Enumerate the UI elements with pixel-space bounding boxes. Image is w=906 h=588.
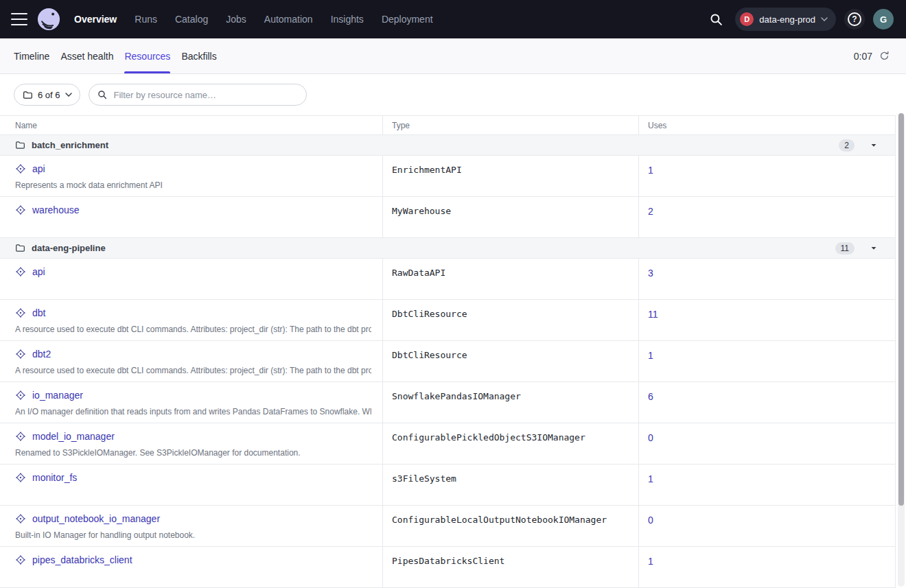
- resources-table: Name Type Uses batch_enrichment2apiRepre…: [0, 115, 896, 588]
- resource-group-row-data-eng-pipeline[interactable]: data-eng-pipeline11: [0, 238, 895, 259]
- dagster-logo[interactable]: [37, 8, 60, 31]
- nav-item-overview[interactable]: Overview: [74, 14, 117, 25]
- dagster-octopus-icon: [37, 8, 60, 31]
- nav-item-automation[interactable]: Automation: [264, 14, 313, 25]
- refresh-icon[interactable]: [879, 51, 890, 61]
- resource-row-monitor-fs: monitor_fss3FileSystem1: [0, 464, 895, 506]
- resource-description: A resource used to execute dbt CLI comma…: [15, 325, 371, 334]
- tab-backfills[interactable]: Backfills: [181, 38, 216, 73]
- resource-icon: [15, 472, 26, 483]
- resource-uses-cell: 6: [638, 382, 896, 423]
- search-button[interactable]: [705, 8, 727, 30]
- resource-icon: [15, 307, 26, 318]
- tab-resources[interactable]: Resources: [124, 38, 170, 73]
- resource-name-cell: apiRepresents a mock data enrichment API: [0, 156, 382, 196]
- nav-items: OverviewRunsCatalogJobsAutomationInsight…: [74, 14, 433, 25]
- resource-name-link[interactable]: dbt: [32, 307, 45, 318]
- group-count-dropdown[interactable]: 6 of 6: [14, 84, 80, 106]
- resource-uses-cell: 2: [638, 197, 896, 237]
- resource-uses-link[interactable]: 11: [648, 309, 658, 320]
- resource-uses-link[interactable]: 6: [648, 391, 653, 402]
- resource-name-link[interactable]: model_io_manager: [32, 431, 115, 442]
- resource-name-line: dbt: [15, 307, 371, 318]
- tab-asset-health[interactable]: Asset health: [60, 38, 113, 73]
- resource-uses-link[interactable]: 1: [648, 473, 653, 484]
- resource-name-link[interactable]: pipes_databricks_client: [32, 554, 132, 565]
- deployment-switcher[interactable]: D data-eng-prod: [735, 8, 836, 31]
- nav-item-jobs[interactable]: Jobs: [226, 14, 246, 25]
- resource-filter-field: [89, 84, 307, 106]
- resource-group-row-batch-enrichment[interactable]: batch_enrichment2: [0, 135, 895, 156]
- resource-name-link[interactable]: warehouse: [32, 204, 80, 215]
- resource-name-line: api: [15, 266, 371, 277]
- chevron-down-icon: [65, 93, 72, 97]
- resource-type-cell: s3FileSystem: [382, 464, 638, 505]
- resource-uses-cell: 1: [638, 341, 896, 381]
- column-header-type: Type: [382, 116, 638, 134]
- resource-filter-input[interactable]: [113, 89, 298, 101]
- resource-name-link[interactable]: output_notebook_io_manager: [32, 513, 160, 524]
- deployment-name: data-eng-prod: [759, 14, 815, 25]
- resource-name-link[interactable]: api: [32, 266, 45, 277]
- resource-row-io-manager: io_managerAn I/O manager definition that…: [0, 382, 895, 423]
- resource-type-cell: EnrichmentAPI: [382, 156, 638, 196]
- tab-timeline[interactable]: Timeline: [14, 38, 49, 73]
- resource-uses-link[interactable]: 1: [648, 350, 653, 361]
- resource-uses-cell: 3: [638, 259, 896, 299]
- resource-type-cell: PipesDatabricksClient: [382, 547, 638, 587]
- nav-item-runs[interactable]: Runs: [135, 14, 157, 25]
- resource-row-pipes-databricks-client: pipes_databricks_clientPipesDatabricksCl…: [0, 547, 895, 588]
- resource-description: Renamed to S3PickleIOManager. See S3Pick…: [15, 448, 371, 458]
- folder-icon: [23, 90, 33, 100]
- resource-name-line: io_manager: [15, 390, 371, 401]
- resource-uses-cell: 0: [638, 506, 896, 546]
- resource-uses-link[interactable]: 2: [648, 206, 653, 217]
- resource-name-cell: warehouse: [0, 197, 382, 237]
- resource-uses-link[interactable]: 0: [648, 432, 653, 443]
- resource-group-name: data-eng-pipeline: [32, 243, 106, 253]
- search-icon: [97, 90, 107, 99]
- resource-name-link[interactable]: api: [32, 163, 45, 174]
- resource-row-output-notebook-io-manager: output_notebook_io_managerBuilt-in IO Ma…: [0, 506, 895, 547]
- resource-name-link[interactable]: monitor_fs: [32, 472, 77, 483]
- resource-name-cell: dbt2A resource used to execute dbt CLI c…: [0, 341, 382, 381]
- resource-icon: [15, 163, 26, 174]
- help-button[interactable]: ?: [844, 9, 865, 30]
- collapse-caret-icon[interactable]: [870, 142, 877, 149]
- resource-name-line: output_notebook_io_manager: [15, 513, 371, 524]
- scrollbar-thumb[interactable]: [898, 113, 904, 506]
- user-avatar[interactable]: G: [873, 9, 894, 30]
- resource-icon: [15, 554, 26, 565]
- resource-name-link[interactable]: dbt2: [32, 349, 51, 360]
- resource-name-link[interactable]: io_manager: [32, 390, 83, 401]
- collapse-caret-icon[interactable]: [870, 245, 877, 252]
- resource-uses-cell: 1: [638, 464, 896, 505]
- resource-name-cell: output_notebook_io_managerBuilt-in IO Ma…: [0, 506, 382, 546]
- resource-uses-link[interactable]: 0: [648, 515, 653, 526]
- resource-icon: [15, 431, 26, 442]
- filter-row: 6 of 6: [0, 74, 906, 115]
- resource-name-line: dbt2: [15, 349, 371, 360]
- resource-description: Built-in IO Manager for handling output …: [15, 530, 371, 540]
- resource-description: Represents a mock data enrichment API: [15, 180, 371, 190]
- group-count-badge: 2: [839, 139, 855, 152]
- menu-icon[interactable]: [11, 13, 27, 25]
- resource-type-cell: DbtCliResource: [382, 341, 638, 381]
- resource-uses-link[interactable]: 3: [648, 268, 653, 279]
- resource-uses-link[interactable]: 1: [648, 556, 653, 567]
- tabs-bar: TimelineAsset healthResourcesBackfills 0…: [0, 38, 906, 74]
- nav-item-catalog[interactable]: Catalog: [175, 14, 208, 25]
- nav-item-insights[interactable]: Insights: [331, 14, 364, 25]
- resource-icon: [15, 204, 26, 215]
- resource-row-model-io-manager: model_io_managerRenamed to S3PickleIOMan…: [0, 423, 895, 464]
- resources-table-body: batch_enrichment2apiRepresents a mock da…: [0, 135, 895, 588]
- resource-name-cell: pipes_databricks_client: [0, 547, 382, 587]
- resource-type-cell: MyWarehouse: [382, 197, 638, 237]
- resource-uses-link[interactable]: 1: [648, 165, 653, 176]
- resource-name-line: warehouse: [15, 204, 371, 215]
- resource-type-cell: DbtCliResource: [382, 300, 638, 340]
- column-header-name: Name: [0, 116, 382, 134]
- nav-item-deployment[interactable]: Deployment: [382, 14, 433, 25]
- resource-icon: [15, 266, 26, 277]
- question-mark-icon: ?: [848, 12, 861, 26]
